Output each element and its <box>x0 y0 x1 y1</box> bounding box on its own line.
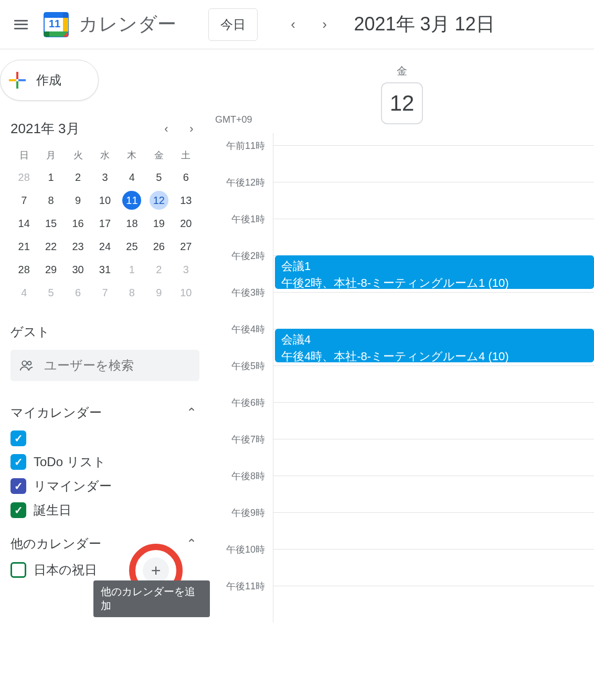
mini-day[interactable]: 29 <box>37 259 64 281</box>
mini-day[interactable]: 3 <box>173 259 199 281</box>
timezone-label: GMT+09 <box>215 114 252 125</box>
mini-day[interactable]: 28 <box>10 259 37 281</box>
time-slot[interactable]: 午後10時 <box>273 549 594 586</box>
mini-day[interactable]: 5 <box>37 282 64 304</box>
mini-day[interactable]: 16 <box>65 212 91 234</box>
time-label: 午後11時 <box>215 580 265 593</box>
mini-day[interactable]: 21 <box>10 235 37 257</box>
mini-day[interactable]: 7 <box>10 189 37 211</box>
app-title: カレンダー <box>79 12 177 37</box>
time-slot[interactable]: 午後9時 <box>273 512 594 549</box>
next-period-button[interactable]: › <box>314 14 335 35</box>
mini-calendar-title: 2021年 3月 <box>10 120 80 138</box>
calendar-checkbox[interactable] <box>10 454 26 470</box>
mini-day[interactable]: 15 <box>37 212 64 234</box>
mini-day[interactable]: 20 <box>173 212 199 234</box>
mini-day[interactable]: 26 <box>145 235 172 257</box>
time-slot[interactable]: 午後5時 <box>273 365 594 402</box>
app-header: 11 カレンダー 今日 ‹ › 2021年 3月 12日 <box>0 0 594 49</box>
mini-day[interactable]: 27 <box>173 235 199 257</box>
mini-day[interactable]: 8 <box>37 189 64 211</box>
calendar-item[interactable]: 日本の祝日 <box>10 562 199 578</box>
calendar-item[interactable]: リマインダー <box>10 478 199 494</box>
mini-day[interactable]: 3 <box>91 166 118 188</box>
main-menu-button[interactable] <box>8 12 34 37</box>
time-label: 午前11時 <box>215 139 265 152</box>
time-slot[interactable]: 午前11時 <box>273 145 594 182</box>
mini-day[interactable]: 28 <box>10 166 37 188</box>
mini-day[interactable]: 9 <box>65 189 91 211</box>
mini-day[interactable]: 2 <box>145 259 172 281</box>
mini-day[interactable]: 17 <box>91 212 118 234</box>
mini-day[interactable]: 4 <box>10 282 37 304</box>
calendar-checkbox[interactable] <box>10 430 26 446</box>
mini-day[interactable]: 19 <box>145 212 172 234</box>
calendar-checkbox[interactable] <box>10 478 26 494</box>
mini-day[interactable]: 11 <box>119 189 145 211</box>
mini-day[interactable]: 25 <box>119 235 145 257</box>
add-other-calendar-button[interactable]: + <box>143 557 169 584</box>
svg-rect-5 <box>63 13 68 18</box>
mini-day[interactable]: 23 <box>65 235 91 257</box>
my-calendars-title: マイカレンダー <box>10 404 102 421</box>
calendar-checkbox[interactable] <box>10 562 26 578</box>
time-label: 午後4時 <box>215 323 265 336</box>
mini-day[interactable]: 14 <box>10 212 37 234</box>
guest-search-box[interactable] <box>10 350 199 381</box>
mini-day[interactable]: 10 <box>173 282 199 304</box>
mini-day[interactable]: 18 <box>119 212 145 234</box>
time-slot[interactable]: 午後3時 <box>273 292 594 329</box>
calendar-item[interactable]: ToDo リスト <box>10 454 199 470</box>
time-slot[interactable]: 午後6時 <box>273 402 594 439</box>
time-label: 午後1時 <box>215 213 265 225</box>
mini-day[interactable]: 12 <box>145 189 172 211</box>
calendar-item[interactable] <box>10 430 199 446</box>
prev-period-button[interactable]: ‹ <box>283 14 304 35</box>
day-number-box[interactable]: 12 <box>381 82 423 124</box>
mini-dow: 土 <box>173 145 199 165</box>
mini-day[interactable]: 9 <box>145 282 172 304</box>
mini-day[interactable]: 10 <box>91 189 118 211</box>
time-slot[interactable]: 午後12時 <box>273 182 594 219</box>
mini-day[interactable]: 4 <box>119 166 145 188</box>
mini-day[interactable]: 6 <box>65 282 91 304</box>
mini-prev-button[interactable]: ‹ <box>158 122 174 136</box>
calendar-item[interactable]: 誕生日 <box>10 502 199 519</box>
mini-day[interactable]: 6 <box>173 166 199 188</box>
time-label: 午後8時 <box>215 470 265 482</box>
current-date-label: 2021年 3月 12日 <box>354 12 495 37</box>
create-button[interactable]: 作成 <box>0 60 99 101</box>
mini-day[interactable]: 31 <box>91 259 118 281</box>
svg-point-13 <box>28 361 31 365</box>
mini-day[interactable]: 30 <box>65 259 91 281</box>
calendar-checkbox[interactable] <box>10 502 26 518</box>
time-grid[interactable]: 午前11時午後12時午後1時午後2時午後3時午後4時午後5時午後6時午後7時午後… <box>210 145 594 622</box>
calendar-label: リマインダー <box>34 478 112 494</box>
mini-day[interactable]: 22 <box>37 235 64 257</box>
mini-day[interactable]: 5 <box>145 166 172 188</box>
time-slot[interactable]: 午後11時 <box>273 586 594 622</box>
mini-day[interactable]: 7 <box>91 282 118 304</box>
calendar-event[interactable]: 会議1午後2時、本社-8-ミーティングルーム1 (10) <box>275 255 594 289</box>
svg-point-12 <box>22 361 27 365</box>
guest-search-input[interactable] <box>44 358 190 373</box>
event-subtitle: 午後2時、本社-8-ミーティングルーム1 (10) <box>281 275 588 289</box>
mini-day[interactable]: 24 <box>91 235 118 257</box>
mini-day[interactable]: 2 <box>65 166 91 188</box>
time-slot[interactable]: 午後7時 <box>273 439 594 476</box>
time-slot[interactable]: 午後8時 <box>273 476 594 512</box>
create-label: 作成 <box>36 72 61 89</box>
mini-day[interactable]: 1 <box>37 166 64 188</box>
calendar-event[interactable]: 会議4午後4時、本社-8-ミーティングルーム4 (10) <box>275 329 594 362</box>
mini-day[interactable]: 1 <box>119 259 145 281</box>
mini-day[interactable]: 8 <box>119 282 145 304</box>
collapse-icon[interactable]: ⌃ <box>184 536 199 551</box>
event-title: 会議1 <box>281 259 588 274</box>
guests-title: ゲスト <box>10 324 199 340</box>
mini-day[interactable]: 13 <box>173 189 199 211</box>
collapse-icon[interactable]: ⌃ <box>184 405 199 420</box>
time-slot[interactable]: 午後1時 <box>273 219 594 255</box>
today-button[interactable]: 今日 <box>208 8 258 41</box>
svg-rect-11 <box>18 79 26 81</box>
mini-next-button[interactable]: › <box>184 122 199 136</box>
